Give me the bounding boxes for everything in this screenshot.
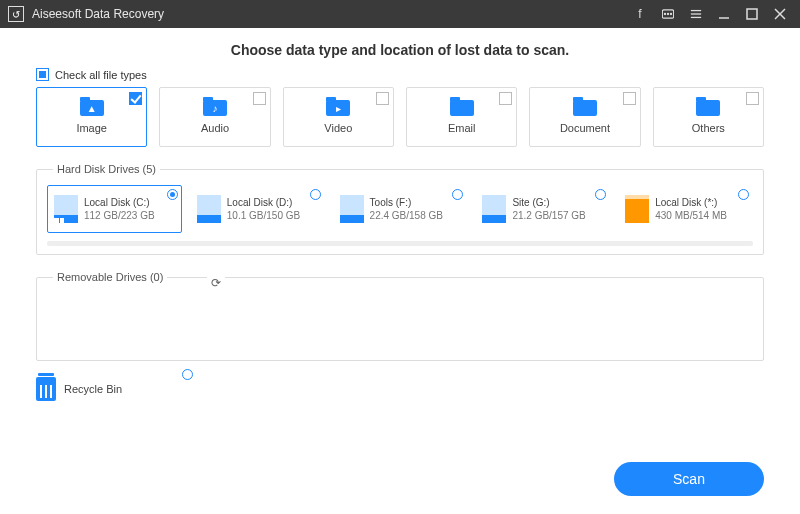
drive-radio-icon [452,189,463,200]
svg-point-3 [670,13,671,14]
type-card-others[interactable]: Others [653,87,764,147]
image-folder-icon: ▲ [80,100,104,118]
check-all-checkbox-icon [36,68,49,81]
svg-point-2 [667,13,668,14]
drive-info: Local Disk (D:)10.1 GB/150 GB [227,196,300,222]
windows-logo-icon [54,218,64,228]
drive-capacity: 21.2 GB/157 GB [512,209,585,222]
main-panel: Choose data type and location of lost da… [0,28,800,514]
recycle-bin-icon [36,377,56,401]
drive-icon [625,195,649,223]
recycle-radio-icon [182,369,193,380]
check-all-types[interactable]: Check all file types [36,68,764,81]
removable-group: Removable Drives (0) ⟳ [36,271,764,361]
type-label: Image [76,122,107,134]
drive-info: Site (G:)21.2 GB/157 GB [512,196,585,222]
drive-radio-icon [595,189,606,200]
video-folder-icon: ▸ [326,100,350,118]
feedback-icon[interactable] [656,4,680,24]
drive-capacity: 10.1 GB/150 GB [227,209,300,222]
type-card-audio[interactable]: ♪Audio [159,87,270,147]
drive-capacity: 22.4 GB/158 GB [370,209,443,222]
drive-name: Local Disk (*:) [655,196,727,209]
drive-radio-icon [310,189,321,200]
svg-rect-8 [747,9,757,19]
type-label: Document [560,122,610,134]
drive-info: Local Disk (C:)112 GB/223 GB [84,196,155,222]
drive-card[interactable]: Tools (F:)22.4 GB/158 GB [333,185,468,233]
close-button[interactable] [768,4,792,24]
recycle-bin-label: Recycle Bin [64,383,122,395]
drive-icon [197,195,221,223]
app-logo-icon: ↺ [8,6,24,22]
titlebar: ↺ Aiseesoft Data Recovery f [0,0,800,28]
drive-name: Local Disk (C:) [84,196,155,209]
removable-legend: Removable Drives (0) [53,271,167,283]
drive-icon [340,195,364,223]
drive-name: Tools (F:) [370,196,443,209]
hdd-group: Hard Disk Drives (5) Local Disk (C:)112 … [36,163,764,255]
minimize-button[interactable] [712,4,736,24]
type-checkbox-icon [499,92,512,105]
drive-card[interactable]: Local Disk (*:)430 MB/514 MB [618,185,753,233]
scan-button[interactable]: Scan [614,462,764,496]
recycle-bin-option[interactable]: Recycle Bin [36,377,764,401]
drive-capacity: 430 MB/514 MB [655,209,727,222]
drive-icon [54,195,78,223]
document-folder-icon [573,100,597,118]
type-label: Others [692,122,725,134]
type-label: Video [324,122,352,134]
file-type-row: ▲Image♪Audio▸VideoEmailDocumentOthers [36,87,764,147]
others-folder-icon [696,100,720,118]
app-title: Aiseesoft Data Recovery [32,7,164,21]
type-card-image[interactable]: ▲Image [36,87,147,147]
maximize-button[interactable] [740,4,764,24]
page-heading: Choose data type and location of lost da… [36,42,764,58]
drive-capacity: 112 GB/223 GB [84,209,155,222]
drive-name: Local Disk (D:) [227,196,300,209]
type-card-document[interactable]: Document [529,87,640,147]
type-checkbox-icon [129,92,142,105]
audio-folder-icon: ♪ [203,100,227,118]
type-card-email[interactable]: Email [406,87,517,147]
hdd-scrollbar[interactable] [47,241,753,246]
drive-card[interactable]: Site (G:)21.2 GB/157 GB [475,185,610,233]
drive-radio-icon [167,189,178,200]
drive-info: Local Disk (*:)430 MB/514 MB [655,196,727,222]
svg-point-1 [664,13,665,14]
drive-card[interactable]: Local Disk (C:)112 GB/223 GB [47,185,182,233]
type-card-video[interactable]: ▸Video [283,87,394,147]
type-checkbox-icon [746,92,759,105]
hdd-legend: Hard Disk Drives (5) [53,163,160,175]
drive-info: Tools (F:)22.4 GB/158 GB [370,196,443,222]
drive-name: Site (G:) [512,196,585,209]
type-label: Email [448,122,476,134]
type-checkbox-icon [376,92,389,105]
facebook-icon[interactable]: f [628,4,652,24]
refresh-removable-icon[interactable]: ⟳ [207,276,225,290]
type-checkbox-icon [623,92,636,105]
check-all-label: Check all file types [55,69,147,81]
drive-radio-icon [738,189,749,200]
type-label: Audio [201,122,229,134]
drive-card[interactable]: Local Disk (D:)10.1 GB/150 GB [190,185,325,233]
hdd-row: Local Disk (C:)112 GB/223 GBLocal Disk (… [47,185,753,233]
type-checkbox-icon [253,92,266,105]
email-folder-icon [450,100,474,118]
menu-icon[interactable] [684,4,708,24]
drive-icon [482,195,506,223]
